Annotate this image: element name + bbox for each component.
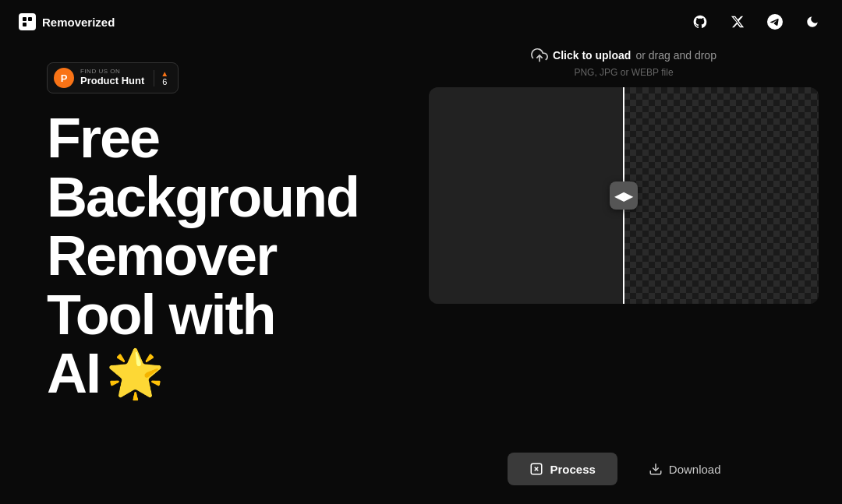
ph-rating: ▲ 6	[154, 70, 168, 86]
svg-rect-1	[28, 17, 32, 21]
title-ai-text: AI	[47, 344, 100, 404]
svg-rect-2	[23, 23, 27, 26]
logo[interactable]: Removerized	[19, 13, 115, 30]
title-line-4: Tool with	[47, 286, 390, 345]
ph-score: 6	[162, 78, 167, 86]
sparkle-icon: 🌟	[106, 351, 163, 397]
preview-drag-handle[interactable]: ◀▶	[610, 182, 638, 210]
hero-title: Free Background Remover Tool with AI 🌟	[47, 109, 390, 404]
navbar: Removerized	[0, 0, 842, 44]
upload-section: Click to upload or drag and drop PNG, JP…	[427, 47, 820, 304]
or-drag-label: or drag and drop	[635, 49, 716, 62]
preview-canvas[interactable]: ◀▶	[429, 87, 819, 304]
telegram-icon	[767, 14, 783, 30]
logo-text: Removerized	[42, 16, 115, 29]
hero-section: P FIND US ON Product Hunt ▲ 6 Free Backg…	[47, 62, 390, 404]
process-label: Process	[550, 463, 595, 476]
product-hunt-badge[interactable]: P FIND US ON Product Hunt ▲ 6	[47, 62, 179, 93]
download-label: Download	[669, 463, 721, 476]
logo-icon	[19, 13, 36, 30]
moon-icon	[805, 15, 819, 29]
telegram-button[interactable]	[764, 11, 786, 33]
github-icon	[692, 14, 708, 30]
logo-svg	[22, 16, 33, 27]
process-icon	[529, 462, 543, 476]
download-button[interactable]: Download	[630, 453, 740, 485]
svg-rect-0	[23, 17, 27, 21]
cloud-upload-icon	[531, 47, 548, 64]
nav-icons	[689, 11, 823, 33]
ph-upvote-arrow: ▲	[161, 70, 168, 78]
click-upload-label[interactable]: Click to upload	[553, 49, 631, 62]
preview-original-side	[429, 87, 624, 304]
title-ai-line: AI 🌟	[47, 344, 390, 404]
file-types-label: PNG, JPG or WEBP file	[574, 67, 673, 78]
title-line-2: Background	[47, 168, 390, 227]
dark-mode-button[interactable]	[801, 11, 823, 33]
ph-find-us-label: FIND US ON	[80, 69, 144, 75]
action-buttons: Process Download	[427, 453, 820, 485]
download-icon	[649, 462, 663, 476]
upload-hint: Click to upload or drag and drop PNG, JP…	[531, 47, 716, 78]
ph-product-hunt-name: Product Hunt	[80, 75, 144, 88]
ph-text: FIND US ON Product Hunt	[80, 69, 144, 88]
title-line-1: Free	[47, 109, 390, 168]
x-twitter-button[interactable]	[727, 11, 748, 33]
github-button[interactable]	[689, 11, 711, 33]
x-twitter-icon	[731, 15, 745, 29]
title-line-3: Remover	[47, 227, 390, 286]
ph-logo-icon: P	[54, 68, 74, 88]
upload-hint-row: Click to upload or drag and drop	[531, 47, 716, 64]
preview-removed-side	[624, 87, 819, 304]
process-button[interactable]: Process	[508, 453, 617, 485]
